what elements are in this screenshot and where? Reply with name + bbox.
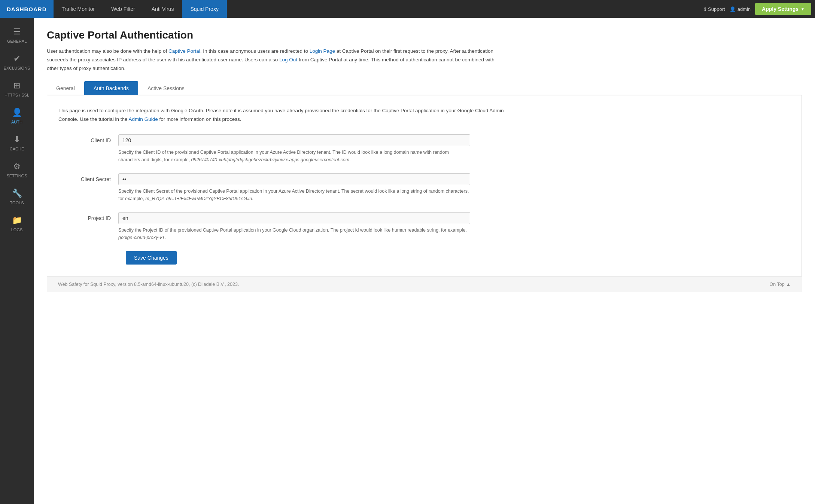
cb-desc-before: This page is used to configure the integ…: [58, 108, 504, 122]
on-top-link[interactable]: On Top ▲: [770, 282, 791, 287]
form-right-project-id: Specify the Project ID of the provisione…: [118, 212, 470, 241]
logout-link[interactable]: Log Out: [279, 57, 297, 62]
sidebar-label-exclusions: EXCLUSIONS: [4, 66, 30, 70]
sidebar-label-auth: AUTH: [11, 120, 22, 124]
brand-logo: DASHBOARD: [0, 0, 54, 18]
help-project-id: Specify the Project ID of the provisione…: [118, 226, 470, 241]
sidebar: ☰ GENERAL ✔ EXCLUSIONS ⊞ HTTPS / SSL 👤 A…: [0, 18, 34, 504]
content-box-description: This page is used to configure the integ…: [58, 107, 508, 124]
cb-desc-after: for more information on this process.: [158, 116, 241, 122]
auth-icon: 👤: [12, 108, 22, 117]
sidebar-item-logs[interactable]: 📁 LOGS: [0, 210, 34, 237]
user-icon: 👤: [730, 6, 736, 12]
apply-settings-button[interactable]: Apply Settings ▼: [755, 3, 811, 15]
form-group-client-secret: Client Secret Specify the Client Secret …: [58, 173, 470, 202]
apply-settings-label: Apply Settings: [762, 6, 799, 12]
nav-right: ℹ Support 👤 admin Apply Settings ▼: [704, 3, 815, 15]
help-client-secret: Specify the Client Secret of the provisi…: [118, 187, 470, 202]
sidebar-label-settings: SETTINGS: [6, 174, 27, 178]
tabs: General Auth Backends Active Sessions: [47, 81, 802, 95]
logs-icon: 📁: [12, 216, 22, 225]
nav-anti-virus[interactable]: Anti Virus: [143, 0, 182, 18]
sidebar-label-cache: CACHE: [10, 147, 24, 151]
form-right-client-secret: Specify the Client Secret of the provisi…: [118, 173, 470, 202]
page-description: User authentication may also be done wit…: [47, 47, 496, 73]
form-right-client-id: Specify the Client ID of the provisioned…: [118, 134, 470, 164]
desc-after-cp: . In this case anonymous users are redir…: [200, 48, 310, 54]
tools-icon: 🔧: [12, 189, 22, 198]
sidebar-item-https-ssl[interactable]: ⊞ HTTPS / SSL: [0, 76, 34, 103]
https-ssl-icon: ⊞: [13, 81, 20, 91]
sidebar-label-https-ssl: HTTPS / SSL: [4, 93, 29, 97]
help-client-id: Specify the Client ID of the provisioned…: [118, 149, 470, 164]
on-top-label: On Top: [770, 282, 785, 287]
content-box: This page is used to configure the integ…: [47, 95, 802, 276]
label-project-id: Project ID: [58, 212, 118, 221]
support-link[interactable]: ℹ Support: [704, 6, 725, 12]
admin-link[interactable]: 👤 admin: [730, 6, 751, 12]
top-nav: DASHBOARD Traffic Monitor Web Filter Ant…: [0, 0, 815, 18]
input-project-id[interactable]: [118, 212, 470, 224]
captive-portal-link[interactable]: Captive Portal: [168, 48, 200, 54]
info-icon: ℹ: [704, 6, 706, 12]
tab-general[interactable]: General: [47, 81, 84, 95]
admin-guide-link[interactable]: Admin Guide: [129, 116, 158, 122]
footer-copyright: Web Safety for Squid Proxy, version 8.5-…: [58, 282, 239, 287]
nav-web-filter[interactable]: Web Filter: [103, 0, 143, 18]
chevron-down-icon: ▼: [801, 7, 805, 11]
sidebar-label-tools: TOOLS: [10, 201, 24, 205]
tab-auth-backends[interactable]: Auth Backends: [84, 81, 138, 95]
form-group-project-id: Project ID Specify the Project ID of the…: [58, 212, 470, 241]
sidebar-item-tools[interactable]: 🔧 TOOLS: [0, 183, 34, 210]
chevron-up-icon: ▲: [786, 282, 791, 287]
sidebar-label-general: GENERAL: [7, 39, 27, 43]
sidebar-item-exclusions[interactable]: ✔ EXCLUSIONS: [0, 49, 34, 76]
admin-label: admin: [738, 6, 751, 12]
input-client-id[interactable]: [118, 134, 470, 146]
footer: Web Safety for Squid Proxy, version 8.5-…: [47, 276, 802, 292]
label-client-id: Client ID: [58, 134, 118, 143]
sidebar-item-auth[interactable]: 👤 AUTH: [0, 103, 34, 129]
settings-icon: ⚙: [13, 162, 21, 171]
sidebar-item-cache[interactable]: ⬇ CACHE: [0, 129, 34, 156]
sidebar-item-general[interactable]: ☰ GENERAL: [0, 22, 34, 49]
general-icon: ☰: [13, 27, 21, 37]
layout: ☰ GENERAL ✔ EXCLUSIONS ⊞ HTTPS / SSL 👤 A…: [0, 18, 815, 504]
sidebar-label-logs: LOGS: [11, 227, 23, 232]
cache-icon: ⬇: [13, 135, 20, 144]
nav-items: Traffic Monitor Web Filter Anti Virus Sq…: [54, 0, 227, 18]
save-changes-button[interactable]: Save Changes: [126, 251, 177, 265]
nav-squid-proxy[interactable]: Squid Proxy: [182, 0, 226, 18]
main-content: Captive Portal Authentication User authe…: [34, 18, 815, 504]
input-client-secret[interactable]: [118, 173, 470, 185]
login-page-link[interactable]: Login Page: [310, 48, 335, 54]
form-group-client-id: Client ID Specify the Client ID of the p…: [58, 134, 470, 164]
tab-active-sessions[interactable]: Active Sessions: [138, 81, 194, 95]
desc-before-cp: User authentication may also be done wit…: [47, 48, 168, 54]
label-client-secret: Client Secret: [58, 173, 118, 182]
exclusions-icon: ✔: [13, 54, 20, 64]
nav-traffic-monitor[interactable]: Traffic Monitor: [54, 0, 103, 18]
page-title: Captive Portal Authentication: [47, 29, 802, 41]
sidebar-item-settings[interactable]: ⚙ SETTINGS: [0, 156, 34, 183]
support-label: Support: [708, 6, 725, 12]
